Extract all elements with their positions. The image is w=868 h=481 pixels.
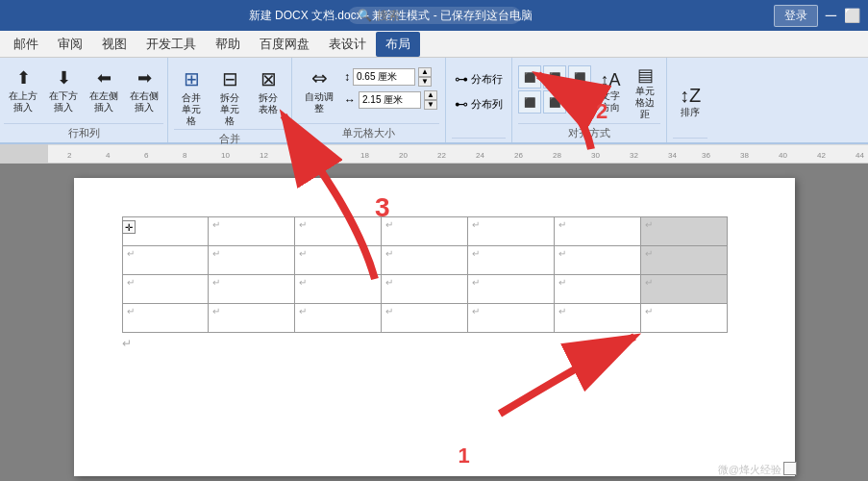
table-cell[interactable]: ↵ [554,246,640,275]
align-topleft-button[interactable]: ⬛ [518,65,541,89]
table-row: ↵ ↵ ↵ ↵ ↵ ↵ ↵ [122,275,727,304]
ruler: // generated inline ticks 2 4 6 8 10 12 … [0,144,868,164]
table-move-handle[interactable]: ✛ [122,220,136,234]
ribbon-group-distribute-label [452,138,506,142]
menu-item-help[interactable]: 帮助 [206,32,250,57]
window-restore-icon[interactable]: ⬜ [844,8,860,23]
below-table-para: ↵ [122,337,747,350]
table-row: ↵ ↵ ↵ ↵ ↵ ↵ ↵ [122,246,727,275]
auto-adjust-button[interactable]: ⇔ 自动调整 [298,63,340,116]
table-cell[interactable]: ↵ [382,217,468,246]
para-mark: ↵ [385,306,393,316]
sort-button[interactable]: ↕Z 排序 [673,75,707,128]
search-input[interactable] [377,9,502,22]
label-num3: 3 [375,192,390,223]
table-cell[interactable]: ↵ [467,217,554,246]
table-cell[interactable]: ↵ [467,246,554,275]
table-cell[interactable]: ↵ [382,304,468,333]
split-cells-button[interactable]: ⊟ 拆分单元格 [212,65,247,129]
table-cell-shaded[interactable]: ↵ [640,217,727,246]
svg-text:28: 28 [553,151,561,160]
table-cell[interactable]: ↵ [554,304,640,333]
table-cell[interactable]: ↵ [295,246,382,275]
cell-margin-button[interactable]: ▤ 单元格边距 [630,65,660,118]
menu-item-review[interactable]: 审阅 [48,32,92,57]
menu-item-tabledesign[interactable]: 表设计 [319,32,376,57]
cell-width-input[interactable] [359,91,421,109]
table-cell[interactable]: ↵ [209,304,295,333]
align-topcenter-button[interactable]: ⬛ [543,65,566,89]
svg-text:32: 32 [630,151,638,160]
table-cell[interactable]: ↵ [122,304,209,333]
table-cell[interactable]: ↵ [554,275,640,304]
svg-text:14: 14 [293,151,302,160]
table-cell[interactable]: ↵ [467,275,554,304]
login-button[interactable]: 登录 [774,5,818,27]
menu-item-view[interactable]: 视图 [92,32,136,57]
table-cell[interactable]: ↵ [122,275,209,304]
split-cells-icon: ⊟ [222,67,238,90]
merge-cells-button[interactable]: ⊞ 合并单元格 [174,65,209,129]
table-cell[interactable]: ↵ [640,304,727,333]
window-minimize-icon[interactable]: ─ [826,7,836,24]
menu-item-layout[interactable]: 布局 [376,32,420,57]
para-mark: ↵ [385,248,393,259]
table-row: ↵ ↵ ↵ ↵ ↵ ↵ ↵ [122,304,727,333]
cell-height-input[interactable] [353,68,415,86]
table-row: ↵ ↵ ↵ ↵ ↵ ↵ ↵ [122,217,727,246]
table-cell[interactable]: ↵ [122,246,209,275]
ribbon-group-merge: ⊞ 合并单元格 ⊟ 拆分单元格 ⊠ 拆分表格 合并 [168,58,292,142]
para-mark: ↵ [299,306,307,316]
para-mark: ↵ [645,277,653,288]
table-cell[interactable]: ↵ [467,304,554,333]
watermark: 微@烽火经验 [718,463,781,477]
align-middleright-button[interactable]: ⬛ [568,90,591,114]
split-table-button[interactable]: ⊠ 拆分表格 [251,65,285,117]
table-cell[interactable]: ↵ [382,246,468,275]
insert-right-button[interactable]: ➡ 在右侧插入 [125,65,163,115]
insert-below-icon: ⬇ [57,67,71,89]
distribute-col-button[interactable]: ⊷ 分布列 [452,94,506,114]
align-topright-button[interactable]: ⬛ [568,65,591,89]
align-middleleft-button[interactable]: ⬛ [518,90,541,114]
para-mark: ↵ [212,277,220,288]
para-mark: ↵ [558,248,566,259]
ribbon-group-sort: ↕Z 排序 [667,58,713,142]
table-cell[interactable]: ↵ [554,217,640,246]
svg-text:40: 40 [779,151,787,160]
distribute-row-icon: ⊶ [455,71,468,87]
insert-left-icon: ⬅ [97,67,112,89]
insert-left-button[interactable]: ⬅ 在左侧插入 [85,65,123,115]
insert-below-button[interactable]: ⬇ 在下方插入 [44,65,83,115]
table-cell-shaded[interactable]: ↵ [640,246,727,275]
distribute-row-button[interactable]: ⊶ 分布行 [452,69,506,89]
insert-above-icon: ⬆ [16,67,31,89]
table-cell[interactable]: ↵ [209,275,295,304]
label-num2: 2 [596,99,608,124]
svg-text:42: 42 [817,151,826,160]
height-down-icon[interactable]: ▼ [418,77,432,87]
table-cell[interactable]: ↵ [295,304,382,333]
height-up-icon[interactable]: ▲ [418,67,432,77]
title-bar: 新建 DOCX 文档.docx - 兼容性模式 - 已保存到这台电脑 🔍 登录 … [0,0,868,31]
insert-above-button[interactable]: ⬆ 在上方插入 [4,65,42,115]
menu-item-dev[interactable]: 开发工具 [136,32,206,57]
resize-handle[interactable] [783,462,797,475]
table-cell-shaded[interactable]: ↵ [640,275,727,304]
table-cell[interactable]: ↵ [209,246,295,275]
sort-icon: ↕Z [680,85,701,107]
table-cell[interactable]: ↵ [209,217,295,246]
word-table: ↵ ↵ ↵ ↵ ↵ ↵ ↵ ↵ ↵ ↵ ↵ ↵ ↵ ↵ [122,216,728,333]
align-middlecenter-button[interactable]: ⬛ [543,90,566,114]
menu-item-mail[interactable]: 邮件 [4,32,48,57]
width-down-icon[interactable]: ▼ [424,100,437,110]
table-cell[interactable]: ↵ [295,217,382,246]
svg-text:18: 18 [360,151,369,160]
menu-item-baidunet[interactable]: 百度网盘 [250,32,319,57]
ribbon-group-align-label: 对齐方式 [518,123,660,142]
width-icon: ↔ [344,93,356,107]
table-cell[interactable]: ↵ [382,275,468,304]
width-up-icon[interactable]: ▲ [424,90,437,100]
doc-page: ✛ ↵ ↵ ↵ ↵ ↵ ↵ ↵ ↵ ↵ ↵ ↵ [74,178,795,476]
table-cell[interactable]: ↵ [295,275,382,304]
